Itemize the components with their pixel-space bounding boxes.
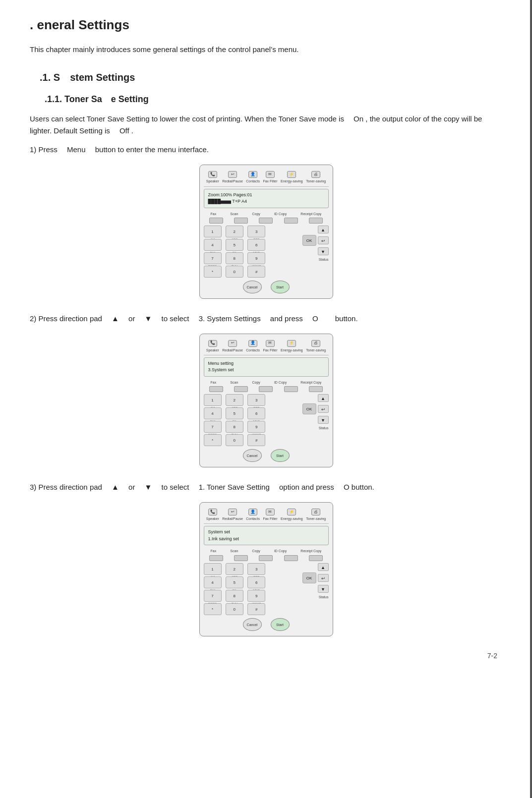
key3-2: 2ABC [226,563,243,575]
device2-func-btns [204,386,329,392]
device1-nav-up: ▲ [318,226,329,233]
key-1: 1@/! [204,226,222,237]
device3-icon-contacts: 👤 Contacts [246,509,260,521]
device2-top-icons: 📞 Speaker ↩ Redial/Pause 👤 Contacts ✉ Fa… [204,338,329,355]
device3-icon-redial: ↩ Redial/Pause [222,509,243,521]
device2-ok-btn: OK [302,403,316,414]
key2-4: 4GHI [204,407,222,419]
device2-start-btn: Start [271,449,290,462]
device3-nav-up: ▲ [318,563,329,571]
key3-hash: # [247,603,265,615]
device1-icon-toner: 🖨 Toner-saving [306,171,326,184]
key2-6: 6MNO [247,407,265,419]
key3-0: 0 [226,603,243,615]
key2-5: 5JKL [226,407,243,419]
key2-hash: # [247,434,265,446]
device3-cancel-btn: Cancel [243,618,262,631]
device2-back-btn: ↩ [318,405,329,413]
key-9: 9WXYZ [247,252,265,264]
device1-status-label: Status [319,257,329,262]
device3-nav-middle-row: OK ↩ [302,572,329,583]
device2-screen-line2: 3.System set [208,367,324,374]
device3-icon-energy: ⚡ Energy-saving [281,509,303,521]
device2-nav-middle-row: OK ↩ [302,403,329,414]
device3-back-btn: ↩ [318,574,329,582]
device1: 📞 Speaker ↩ Redial/Pause 👤 Contacts ✉ Fa… [199,165,333,298]
key2-7: 7PQRS [204,421,222,433]
device2-cancel-btn: Cancel [243,449,262,462]
device2-screen: Menu setting 3.System set [204,357,329,377]
device3-nav-down-row: ▼ [318,585,329,593]
step3-text: 3) Press direction pad ▲ or ▼ to select … [30,481,502,493]
device2-nav-down: ▼ [318,416,329,424]
device3-screen-line2: 1.Ink saving set [208,536,324,543]
body-text-1: Users can select Toner Save Setting to l… [30,113,502,137]
device2-icon-toner: 🖨 Toner-saving [306,340,326,353]
key2-3: 3DEF [247,394,265,406]
step1-text: 1) Press Menu button to enter the menu i… [30,144,502,156]
key-5: 5JKL [226,239,243,251]
key2-star: * [204,434,222,446]
device1-nav-middle-row: OK ↩ [302,235,329,246]
key-hash: # [247,266,265,278]
device1-icon-faxfilter: ✉ Fax Filter [263,171,277,184]
device3-screen: System set 1.Ink saving set [204,526,329,545]
device3-start-btn: Start [271,618,290,631]
key-8: 8TUV [226,252,243,264]
key3-1: 1@/! [204,563,222,575]
device1-control-area: 1@/! 2ABC 3DEF 4GHI 5JKL 6MNO 7PQRS 8TUV… [204,226,329,278]
device1-ok-btn: OK [302,235,316,246]
key3-8: 8TUV [226,590,243,602]
key2-9: 9WXYZ [247,421,265,433]
device2-keypad: 1@/! 2ABC 3DEF 4GHI 5JKL 6MNO 7PQRS 8TUV… [204,394,268,446]
device1-func-labels: Fax Scan Copy ID Copy Receipt Copy [204,211,329,217]
device2-icon-redial: ↩ Redial/Pause [222,340,243,353]
device3-bottom-btns: Cancel Start [204,618,329,631]
device2-icon-energy: ⚡ Energy-saving [281,340,303,353]
device2-status-label: Status [319,425,329,431]
device3-func-labels: Fax Scan Copy ID Copy Receipt Copy [204,548,329,554]
device1-icon-redial: ↩ Redial/Pause [222,171,243,184]
device1-cancel-btn: Cancel [243,281,262,293]
device1-nav-area: ▲ OK ↩ ▼ Status [274,226,329,262]
device2-screen-line1: Menu setting [208,360,324,367]
key-0: 0 [226,266,243,278]
device1-nav-up-row: ▲ [318,226,329,233]
device2-image: 📞 Speaker ↩ Redial/Pause 👤 Contacts ✉ Fa… [197,334,336,467]
device3: 📞 Speaker ↩ Redial/Pause 👤 Contacts ✉ Fa… [199,502,333,636]
device1-top-icons: 📞 Speaker ↩ Redial/Pause 👤 Contacts ✉ Fa… [204,169,329,186]
key3-4: 4GHI [204,576,222,588]
device1-start-btn: Start [271,281,290,293]
key2-0: 0 [226,434,243,446]
device3-nav-down: ▼ [318,585,329,593]
device1-image: 📞 Speaker ↩ Redial/Pause 👤 Contacts ✉ Fa… [197,165,336,298]
key-6: 6MNO [247,239,265,251]
device1-icon-speaker: 📞 Speaker [206,171,219,184]
device2-icon-faxfilter: ✉ Fax Filter [263,340,277,353]
device3-control-area: 1@/! 2ABC 3DEF 4GHI 5JKL 6MNO 7PQRS 8TUV… [204,563,329,615]
key3-7: 7PQRS [204,590,222,602]
device3-ok-btn: OK [302,572,316,583]
device2-icon-speaker: 📞 Speaker [206,340,219,353]
device2-nav-up-row: ▲ [318,394,329,402]
subsection-title: .1.1. Toner Sa e Setting [45,92,502,107]
device2-control-area: 1@/! 2ABC 3DEF 4GHI 5JKL 6MNO 7PQRS 8TUV… [204,394,329,446]
device2: 📞 Speaker ↩ Redial/Pause 👤 Contacts ✉ Fa… [199,334,333,467]
device3-icon-speaker: 📞 Speaker [206,509,219,521]
device3-screen-line1: System set [208,529,324,536]
device3-func-btns [204,555,329,561]
device3-top-icons: 📞 Speaker ↩ Redial/Pause 👤 Contacts ✉ Fa… [204,507,329,524]
device3-icon-faxfilter: ✉ Fax Filter [263,509,277,521]
key2-1: 1@/! [204,394,222,406]
page-number: 7-2 [487,650,497,661]
device1-screen-line2: ████▅▅▅ T+P A4 [208,198,324,205]
key-3: 3DEF [247,226,265,237]
device2-nav-area: ▲ OK ↩ ▼ Status [274,394,329,431]
device2-func-labels: Fax Scan Copy ID Copy Receipt Copy [204,380,329,385]
key2-2: 2ABC [226,394,243,406]
device1-nav-down-row: ▼ [318,247,329,255]
device2-nav-down-row: ▼ [318,416,329,424]
key3-9: 9WXYZ [247,590,265,602]
key-7: 7PQRS [204,252,222,264]
device1-icon-contacts: 👤 Contacts [246,171,260,184]
